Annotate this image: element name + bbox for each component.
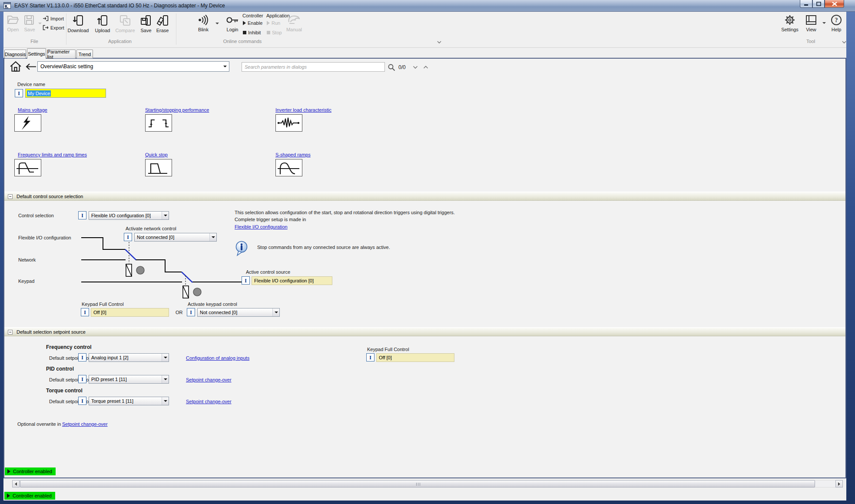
upload-button[interactable]: Upload — [90, 14, 115, 33]
frequency-setpoint-value: Analog input 1 [2] — [89, 355, 162, 360]
activate-network-combobox[interactable]: Not connected [0] — [134, 233, 217, 242]
quick-stop-icon — [146, 160, 171, 176]
active-control-source-info-button[interactable]: I — [242, 276, 250, 285]
tab-diagnosis[interactable]: Diagnosis — [4, 50, 26, 58]
pid-setpoint-changeover-link[interactable]: Setpoint change-over — [186, 377, 232, 382]
control-source-section-title: Default control source selection — [17, 194, 83, 199]
frequency-setpoint-combobox[interactable]: Analog input 1 [2] — [89, 353, 169, 362]
settings-button[interactable]: Settings — [778, 14, 802, 32]
export-label: Export — [50, 25, 64, 30]
activate-keypad-info-button[interactable]: I — [187, 308, 195, 316]
back-arrow-icon[interactable] — [25, 63, 36, 70]
activate-keypad-combobox[interactable]: Not connected [0] — [197, 308, 280, 317]
save-button[interactable]: Save — [22, 14, 37, 32]
blink-button[interactable]: Blink — [193, 14, 213, 32]
home-icon[interactable] — [10, 60, 22, 73]
erase-icon — [156, 14, 169, 27]
keypad-full-control-info-button-2[interactable]: I — [366, 353, 374, 361]
export-button[interactable]: Export — [43, 25, 64, 30]
login-button[interactable]: Login — [222, 14, 242, 32]
activate-network-info-button[interactable]: I — [124, 233, 132, 241]
starting-stopping-tile[interactable] — [145, 114, 172, 132]
search-icon[interactable] — [388, 64, 395, 71]
erase-button[interactable]: Erase — [152, 14, 173, 33]
s-shaped-ramps-tile[interactable] — [275, 159, 302, 176]
minimize-button[interactable] — [800, 0, 812, 8]
open-label: Open — [7, 27, 19, 32]
control-selection-combobox[interactable]: Flexible I/O configuration [0] — [89, 211, 169, 220]
search-next-chevron[interactable] — [413, 66, 418, 69]
pid-setpoint-info-button[interactable]: I — [78, 375, 86, 383]
frequency-limits-tile[interactable] — [14, 159, 41, 176]
compare-button[interactable]: Compare — [112, 14, 138, 33]
login-key-icon — [226, 14, 239, 26]
maximize-button[interactable] — [812, 0, 825, 8]
scrollbar-thumb[interactable] — [20, 480, 815, 487]
application-stop-button[interactable]: Stop — [267, 30, 282, 35]
analog-inputs-config-link[interactable]: Configuration of analog inputs — [186, 355, 249, 361]
import-button[interactable]: Import — [43, 16, 64, 21]
control-selection-info-button[interactable]: I — [78, 211, 86, 219]
compare-icon — [119, 14, 131, 27]
online-commands-expand-marker[interactable] — [437, 41, 441, 43]
export-icon — [43, 25, 49, 30]
blink-dropdown-caret[interactable] — [215, 23, 219, 24]
search-input[interactable] — [242, 62, 385, 72]
s-shaped-ramps-link[interactable]: S-shaped ramps — [275, 152, 311, 157]
mains-voltage-tile[interactable] — [14, 114, 41, 132]
lightning-bolt-icon — [16, 116, 40, 130]
help-button[interactable]: ? Help — [826, 14, 846, 32]
status-play-icon — [7, 469, 10, 474]
inverter-load-link[interactable]: Inverter load characteristic — [275, 107, 331, 113]
tab-parameter-list[interactable]: Parameter list — [47, 50, 76, 58]
setpoint-section-header: Default selection setpoint source — [4, 327, 845, 336]
collapse-section-button[interactable] — [8, 330, 13, 335]
pid-control-header: PID control — [46, 366, 74, 372]
close-button[interactable] — [825, 0, 844, 8]
device-name-info-button[interactable]: I — [15, 89, 23, 97]
controller-inhibit-button[interactable]: Inhibit — [243, 30, 261, 35]
frequency-limits-link[interactable]: Frequency limits and ramp times — [18, 152, 87, 157]
keypad-full-control-info-button[interactable]: I — [81, 308, 89, 316]
quick-stop-link[interactable]: Quick stop — [145, 152, 168, 157]
view-button[interactable]: View — [802, 14, 820, 32]
dialog-path-combobox[interactable]: Overview\Basic setting — [37, 61, 229, 72]
scroll-right-button[interactable] — [835, 480, 843, 487]
manual-label: Manual — [286, 27, 302, 32]
scroll-left-button[interactable] — [12, 480, 20, 487]
search-prev-chevron[interactable] — [423, 66, 428, 69]
inverter-load-tile[interactable] — [275, 114, 302, 132]
title-bar[interactable]: EASY Starter V1.13.0.0 - i550 EtherCat s… — [0, 0, 855, 12]
tab-trend[interactable]: Trend — [76, 50, 93, 58]
app-icon — [3, 2, 11, 10]
scroll-right-icon — [838, 482, 840, 486]
starting-stopping-link[interactable]: Starting/stopping performance — [145, 107, 209, 113]
frequency-control-header: Frequency control — [46, 344, 92, 350]
keypad-full-control-value: Off [0] — [93, 310, 106, 315]
collapse-section-button[interactable] — [8, 194, 13, 199]
application-group-label: Application — [66, 39, 174, 44]
pid-setpoint-combobox[interactable]: PID preset 1 [11] — [89, 375, 169, 384]
application-run-button[interactable]: Run — [267, 20, 280, 26]
controller-enable-button[interactable]: Enable — [243, 20, 262, 26]
pid-setpoint-value: PID preset 1 [11] — [89, 377, 162, 382]
quick-stop-tile[interactable] — [145, 159, 172, 176]
blink-icon — [198, 14, 209, 26]
mains-voltage-link[interactable]: Mains voltage — [18, 107, 47, 113]
tab-settings[interactable]: Settings — [27, 48, 46, 59]
download-button[interactable]: Download — [66, 14, 90, 33]
overwrite-setpoint-changeover-link[interactable]: Setpoint change-over — [62, 421, 108, 427]
manual-button[interactable]: Manual — [283, 14, 305, 32]
tool-expand-marker[interactable] — [842, 41, 846, 43]
torque-setpoint-changeover-link[interactable]: Setpoint change-over — [186, 399, 232, 404]
open-button[interactable]: Open — [5, 14, 21, 32]
import-label: Import — [50, 16, 64, 21]
torque-setpoint-info-button[interactable]: I — [78, 397, 86, 405]
view-dropdown-caret[interactable] — [822, 22, 826, 24]
torque-setpoint-combobox[interactable]: Torque preset 1 [11] — [89, 397, 169, 405]
view-label: View — [806, 27, 816, 32]
flexible-io-config-link[interactable]: Flexible I/O configuration — [235, 224, 288, 229]
frequency-setpoint-info-button[interactable]: I — [78, 353, 86, 361]
save-dropdown-caret[interactable] — [38, 23, 42, 24]
device-name-input[interactable]: My Device — [25, 89, 106, 98]
